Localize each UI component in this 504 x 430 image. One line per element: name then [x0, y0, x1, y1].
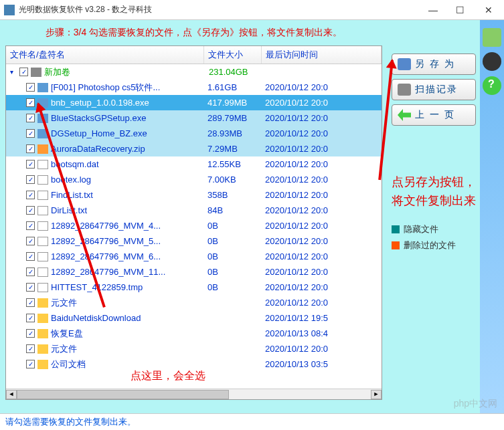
file-size: 1.61GB [206, 82, 264, 92]
file-list[interactable]: ▾ 新加卷 231.04GB [F001] Photoshop cs5软件...… [6, 64, 382, 389]
file-checkbox[interactable] [26, 283, 35, 292]
file-row[interactable]: 12892_28647796_MVM_4...0B2020/10/12 20:0 [6, 218, 382, 233]
file-row[interactable]: [F001] Photoshop cs5软件...1.61GB2020/10/1… [6, 80, 382, 95]
file-size: 84B [206, 205, 264, 215]
file-row[interactable]: 12892_28647796_MVM_5...0B2020/10/12 20:0 [6, 233, 382, 249]
file-name: bnb_setup_1.0.0.198.exe [51, 98, 206, 108]
header-time[interactable]: 最后访问时间 [262, 46, 382, 64]
horizontal-scrollbar[interactable]: ◄ ► [6, 389, 382, 399]
file-row[interactable]: 元文件2020/10/12 20:0 [6, 341, 382, 356]
file-icon [37, 206, 48, 215]
file-name: [F001] Photoshop cs5软件... [51, 82, 206, 94]
file-icon [37, 160, 48, 169]
file-checkbox[interactable] [26, 252, 35, 261]
file-checkbox[interactable] [26, 237, 35, 245]
scroll-thumb[interactable] [17, 390, 229, 399]
file-time: 2020/10/12 20:0 [264, 282, 382, 292]
callout-save-as: 点另存为按钮，将文件复制出来 [392, 173, 476, 210]
help-icon[interactable] [483, 76, 501, 95]
file-row[interactable]: BaiduNetdiskDownload2020/10/12 19:5 [6, 310, 382, 326]
file-checkbox[interactable] [26, 314, 35, 322]
file-name: HITTEST_4122859.tmp [51, 282, 206, 292]
file-name: 恢复E盘 [51, 328, 206, 340]
file-size: 0B [206, 221, 264, 231]
qq-icon[interactable] [483, 52, 501, 71]
file-checkbox[interactable] [26, 206, 35, 215]
file-row[interactable]: FindList.txt358B2020/10/12 20:0 [6, 187, 382, 203]
legend-hidden: 隐藏文件 [392, 223, 476, 235]
file-row[interactable]: DGSetup_Home_BZ.exe28.93MB2020/10/12 20:… [6, 126, 382, 141]
file-size: 289.79MB [206, 113, 264, 123]
folder-icon [37, 298, 48, 308]
app-icon [4, 5, 15, 15]
file-row[interactable]: AuroraDataRecovery.zip7.29MB2020/10/12 2… [6, 141, 382, 156]
file-checkbox[interactable] [26, 267, 35, 276]
file-name: 12892_28647796_MVM_4... [51, 221, 206, 231]
scroll-right-button[interactable]: ► [371, 390, 382, 399]
close-button[interactable]: ✕ [473, 0, 504, 20]
folder-icon [37, 314, 48, 323]
save-as-button[interactable]: 另 存 为 [392, 53, 476, 75]
file-checkbox[interactable] [26, 83, 35, 92]
callout-select-all: 点这里，会全选 [131, 369, 205, 383]
folder-icon [37, 360, 48, 369]
minimize-button[interactable]: — [420, 0, 446, 20]
file-row[interactable]: bootsqm.dat12.55KB2020/10/12 20:0 [6, 156, 382, 172]
file-checkbox[interactable] [26, 160, 35, 169]
file-row[interactable]: DirList.txt84B2020/10/12 20:0 [6, 203, 382, 218]
file-row[interactable]: 元文件2020/10/12 20:0 [6, 295, 382, 310]
file-checkbox[interactable] [26, 191, 35, 199]
file-row[interactable]: BlueStacksGPSetup.exe289.79MB2020/10/12 … [6, 110, 382, 126]
file-size: 7.00KB [206, 175, 264, 185]
legend-deleted: 删除过的文件 [392, 239, 476, 251]
file-name: bootsqm.dat [51, 159, 206, 169]
watermark: php中文网 [454, 398, 497, 410]
file-checkbox[interactable] [26, 298, 35, 307]
file-checkbox[interactable] [26, 360, 35, 368]
file-checkbox[interactable] [26, 329, 35, 338]
expand-icon[interactable]: ▾ [10, 68, 19, 76]
file-time: 2020/10/12 20:0 [264, 159, 382, 169]
file-name: 12892_28647796_MVM_6... [51, 251, 206, 261]
file-size: 12.55KB [206, 159, 264, 169]
file-row[interactable]: 12892_28647796_MVM_11...0B2020/10/12 20:… [6, 264, 382, 280]
file-row[interactable]: HITTEST_4122859.tmp0B2020/10/12 20:0 [6, 280, 382, 295]
file-name: DirList.txt [51, 205, 206, 215]
app-icon [37, 114, 48, 123]
header-name[interactable]: 文件名/盘符名 [6, 46, 204, 64]
root-name: 新加卷 [44, 66, 207, 78]
tray-icon-1[interactable] [483, 28, 501, 47]
header-size[interactable]: 文件大小 [204, 46, 262, 64]
folder-icon [37, 344, 48, 354]
file-name: 12892_28647796_MVM_5... [51, 236, 206, 246]
file-row[interactable]: 12892_28647796_MVM_6...0B2020/10/12 20:0 [6, 249, 382, 264]
scroll-left-button[interactable]: ◄ [6, 390, 17, 399]
file-time: 2020/10/12 20:0 [264, 205, 382, 215]
file-checkbox[interactable] [26, 175, 35, 184]
file-name: DGSetup_Home_BZ.exe [51, 128, 206, 138]
file-name: 12892_28647796_MVM_11... [51, 267, 206, 277]
file-checkbox[interactable] [26, 129, 35, 138]
file-checkbox[interactable] [26, 144, 35, 153]
prev-page-button[interactable]: 上 一 页 [392, 104, 476, 126]
legend-deleted-label: 删除过的文件 [404, 239, 456, 251]
file-checkbox[interactable] [26, 114, 35, 122]
file-name: 公司文档 [51, 358, 206, 370]
file-icon [37, 175, 48, 185]
root-row[interactable]: ▾ 新加卷 231.04GB [6, 64, 382, 80]
prev-page-label: 上 一 页 [415, 109, 455, 121]
file-row[interactable]: bootex.log7.00KB2020/10/12 20:0 [6, 172, 382, 187]
maximize-button[interactable]: ☐ [446, 0, 473, 20]
file-row[interactable]: 恢复E盘2020/10/13 08:4 [6, 326, 382, 341]
file-time: 2020/10/12 20:0 [264, 267, 382, 277]
file-row[interactable]: bnb_setup_1.0.0.198.exe417.99MB2020/10/1… [6, 95, 382, 110]
file-checkbox[interactable] [26, 344, 35, 353]
file-size: 358B [206, 190, 264, 200]
root-checkbox[interactable] [19, 68, 28, 76]
scroll-track[interactable] [17, 390, 371, 399]
save-icon [398, 58, 411, 70]
file-time: 2020/10/12 20:0 [264, 82, 382, 92]
scan-log-button[interactable]: 扫描记录 [392, 79, 476, 100]
file-checkbox[interactable] [26, 221, 35, 230]
file-checkbox[interactable] [26, 98, 35, 107]
